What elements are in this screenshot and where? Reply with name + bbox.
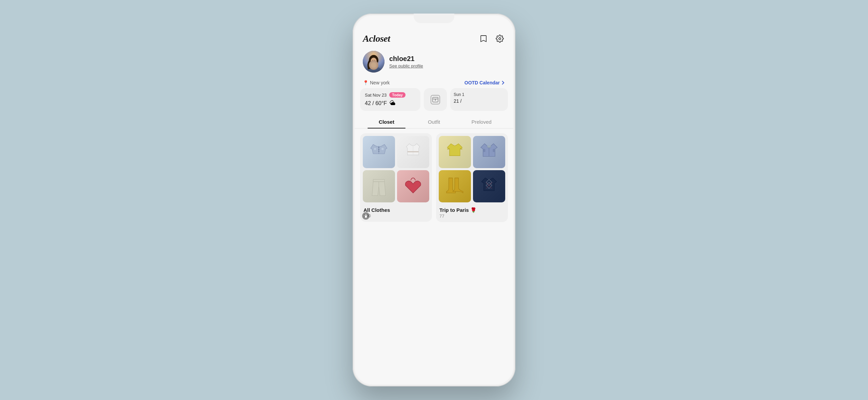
all-clothes-grid — [360, 133, 432, 205]
phone-shell: Acloset — [353, 14, 515, 386]
weather-date: Sat Nov 23 — [365, 93, 387, 98]
cardigan-svg — [368, 141, 390, 163]
svg-point-4 — [371, 58, 377, 64]
location-pin-icon: 📍 — [363, 80, 369, 85]
app-logo: Acloset — [363, 33, 390, 44]
blouse-svg — [402, 141, 425, 163]
weather-section: Sat Nov 23 Today 42 / 60°F 🌥 — [355, 88, 513, 115]
jacket-blue-svg — [478, 141, 500, 163]
tab-outfit-label: Outfit — [428, 119, 440, 125]
profile-row: chloe21 See public profile — [363, 51, 505, 73]
username: chloe21 — [389, 55, 423, 63]
chevron-right-icon — [500, 80, 505, 85]
tab-closet[interactable]: Closet — [363, 115, 410, 128]
svg-point-6 — [374, 60, 375, 61]
closet-column-left: All Clothes 200 — [360, 133, 432, 384]
screen: Acloset — [355, 16, 513, 384]
clothing-item-sweater-yellow — [439, 136, 471, 168]
avatar-image — [363, 51, 384, 73]
weather-date-row: Sat Nov 23 Today — [365, 92, 416, 98]
weather-add-button[interactable] — [424, 88, 447, 111]
trip-paris-grid — [436, 133, 508, 205]
lock-icon — [362, 212, 370, 220]
weather-temp: 42 / 60°F — [365, 100, 387, 106]
clothing-item-boots-yellow — [439, 170, 471, 202]
svg-rect-15 — [483, 149, 486, 152]
profile-section: chloe21 See public profile — [355, 48, 513, 77]
tab-preloved-label: Preloved — [471, 119, 491, 125]
clothing-item-sweater-argyle — [473, 170, 505, 202]
bookmark-button[interactable] — [478, 33, 489, 44]
svg-point-0 — [499, 38, 501, 40]
settings-icon — [496, 35, 504, 43]
location-text: New york — [370, 80, 390, 85]
closet-section: All Clothes 200 — [355, 128, 513, 384]
all-clothes-count: 200 — [363, 213, 429, 218]
weather-temp-tomorrow: 21 / — [454, 98, 505, 104]
weather-cloud-icon: 🌥 — [390, 100, 396, 107]
bookmark-icon — [479, 35, 488, 43]
sweater-yellow-svg — [443, 141, 466, 163]
tab-preloved[interactable]: Preloved — [458, 115, 505, 128]
clothing-item-bag — [397, 170, 429, 202]
clothing-item-jacket-blue — [473, 136, 505, 168]
calendar-add-icon — [432, 97, 438, 103]
collection-trip-paris[interactable]: Trip to Paris 🌹 77 — [436, 133, 508, 222]
clothing-item-cardigan — [363, 136, 395, 168]
weather-card-today: Sat Nov 23 Today 42 / 60°F 🌥 — [360, 88, 420, 111]
svg-point-8 — [378, 147, 379, 148]
argyle-svg — [478, 175, 500, 198]
settings-button[interactable] — [494, 33, 505, 44]
today-badge: Today — [389, 92, 406, 98]
ootd-link-text: OOTD Calendar — [465, 80, 500, 85]
svg-point-12 — [381, 148, 384, 150]
svg-point-5 — [372, 60, 373, 61]
svg-rect-13 — [408, 151, 419, 152]
tab-outfit[interactable]: Outfit — [410, 115, 458, 128]
location-ootd-row: 📍 New york OOTD Calendar — [355, 77, 513, 88]
trip-paris-name: Trip to Paris 🌹 — [439, 207, 505, 213]
weather-temp-row: 42 / 60°F 🌥 — [365, 100, 416, 107]
lock-svg — [364, 214, 368, 218]
tabs-row: Closet Outfit Preloved — [355, 115, 513, 128]
tab-closet-label: Closet — [379, 119, 394, 125]
avatar-svg — [363, 51, 384, 73]
app-header: Acloset — [355, 31, 513, 48]
svg-point-3 — [369, 55, 378, 66]
clothing-item-blouse — [397, 136, 429, 168]
pants-svg — [368, 175, 390, 198]
svg-rect-14 — [365, 216, 367, 218]
trip-paris-count: 77 — [439, 214, 505, 219]
svg-rect-16 — [493, 149, 495, 152]
app-content: Acloset — [355, 31, 513, 384]
location: 📍 New york — [363, 80, 390, 85]
boots-svg — [443, 175, 466, 198]
svg-point-9 — [378, 149, 379, 150]
all-clothes-label: All Clothes 200 — [360, 205, 432, 222]
closet-column-right: Trip to Paris 🌹 77 — [436, 133, 508, 384]
clothing-item-pants — [363, 170, 395, 202]
collection-all-clothes[interactable]: All Clothes 200 — [360, 133, 432, 222]
weather-card-tomorrow: Sun 1 21 / — [450, 88, 508, 111]
all-clothes-name: All Clothes — [363, 207, 429, 213]
svg-point-11 — [374, 148, 376, 150]
public-profile-link[interactable]: See public profile — [389, 63, 423, 68]
notch — [414, 14, 454, 23]
avatar[interactable] — [363, 51, 384, 73]
ootd-calendar-link[interactable]: OOTD Calendar — [465, 80, 505, 85]
weather-date-tomorrow: Sun 1 — [454, 92, 505, 97]
add-day-icon — [431, 95, 440, 104]
trip-paris-label: Trip to Paris 🌹 77 — [436, 205, 508, 222]
profile-info: chloe21 See public profile — [389, 55, 423, 68]
svg-rect-1 — [363, 51, 384, 73]
header-icons — [478, 33, 505, 44]
bag-svg — [402, 175, 425, 198]
svg-point-10 — [378, 151, 379, 152]
